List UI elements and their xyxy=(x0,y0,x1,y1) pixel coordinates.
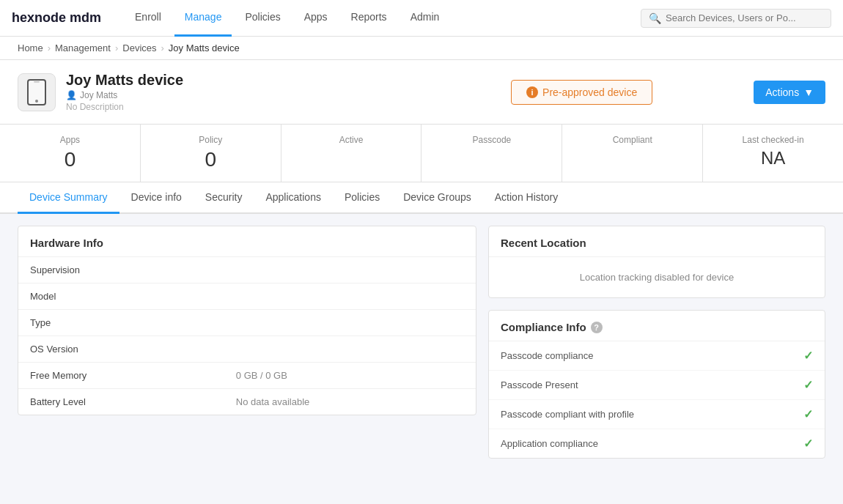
recent-location-title: Recent Location xyxy=(489,226,825,257)
stat-passcode-label: Passcode xyxy=(427,135,556,145)
compliance-check-passcode-present: ✓ xyxy=(803,378,813,392)
table-row: Supervision xyxy=(18,257,476,284)
device-header: Joy Matts device 👤 Joy Matts No Descript… xyxy=(0,60,843,125)
tab-policies[interactable]: Policies xyxy=(333,182,391,214)
stat-compliant: Compliant xyxy=(562,125,703,182)
left-panel: Hardware Info Supervision Model Type OS … xyxy=(18,226,476,470)
compliance-label-passcode-profile: Passcode compliant with profile xyxy=(501,409,634,420)
table-row: Type xyxy=(18,310,476,336)
stat-last-checked-value: NA xyxy=(709,148,837,168)
tab-security[interactable]: Security xyxy=(194,182,254,214)
row-label-supervision: Supervision xyxy=(18,257,224,284)
nav-item-admin[interactable]: Admin xyxy=(400,0,450,37)
tab-device-info[interactable]: Device info xyxy=(119,182,194,214)
nav-item-apps[interactable]: Apps xyxy=(294,0,338,37)
breadcrumb-sep-3: › xyxy=(161,42,164,53)
device-icon xyxy=(18,73,56,111)
tab-applications[interactable]: Applications xyxy=(254,182,333,214)
hardware-info-title: Hardware Info xyxy=(18,226,476,257)
row-label-type: Type xyxy=(18,310,224,336)
stat-passcode: Passcode xyxy=(422,125,562,182)
compliance-row-passcode: Passcode compliance ✓ xyxy=(489,341,825,371)
table-row: OS Version xyxy=(18,336,476,363)
breadcrumb: Home › Management › Devices › Joy Matts … xyxy=(0,37,843,60)
stat-apps-label: Apps xyxy=(6,135,134,145)
nav-items: Enroll Manage Policies Apps Reports Admi… xyxy=(125,0,641,37)
chevron-down-icon: ▼ xyxy=(803,86,814,98)
stat-apps: Apps 0 xyxy=(0,125,141,182)
compliance-info-header: Compliance Info ? xyxy=(489,311,825,341)
compliance-label-app-compliance: Application compliance xyxy=(501,438,598,449)
tab-device-summary[interactable]: Device Summary xyxy=(18,182,119,214)
stat-last-checked: Last checked-in NA xyxy=(703,125,843,182)
row-value-os-version xyxy=(224,336,476,363)
stat-active: Active xyxy=(281,125,422,182)
compliance-check-passcode: ✓ xyxy=(803,349,813,363)
stats-row: Apps 0 Policy 0 Active Passcode Complian… xyxy=(0,125,843,182)
breadcrumb-devices[interactable]: Devices xyxy=(122,42,156,53)
tab-action-history[interactable]: Action History xyxy=(483,182,570,214)
breadcrumb-current: Joy Matts device xyxy=(169,42,240,53)
row-label-battery: Battery Level xyxy=(18,389,224,415)
row-label-free-memory: Free Memory xyxy=(18,363,224,389)
stat-active-label: Active xyxy=(287,135,416,145)
stat-compliant-label: Compliant xyxy=(568,135,696,145)
breadcrumb-sep-2: › xyxy=(115,42,118,53)
compliance-check-app-compliance: ✓ xyxy=(803,437,813,451)
pre-approved-button[interactable]: i Pre-approved device xyxy=(511,80,652,105)
svg-point-1 xyxy=(35,100,38,103)
search-box: 🔍 xyxy=(641,9,831,28)
device-info-section: Joy Matts device 👤 Joy Matts No Descript… xyxy=(66,72,410,112)
compliance-row-passcode-present: Passcode Present ✓ xyxy=(489,371,825,400)
table-row: Battery Level No data available xyxy=(18,389,476,415)
pre-approved-label: Pre-approved device xyxy=(542,86,637,98)
user-icon: 👤 xyxy=(66,90,77,100)
stat-policy-value: 0 xyxy=(147,148,275,171)
stat-last-checked-label: Last checked-in xyxy=(709,135,837,145)
nav-item-manage[interactable]: Manage xyxy=(174,0,232,37)
device-name: Joy Matts device xyxy=(66,72,410,89)
help-icon[interactable]: ? xyxy=(591,322,603,333)
stat-policy: Policy 0 xyxy=(141,125,281,182)
nav-item-enroll[interactable]: Enroll xyxy=(125,0,172,37)
tab-device-groups[interactable]: Device Groups xyxy=(391,182,483,214)
nav-item-reports[interactable]: Reports xyxy=(341,0,397,37)
row-value-free-memory: 0 GB / 0 GB xyxy=(224,363,476,389)
stat-apps-value: 0 xyxy=(6,148,134,171)
device-description: No Description xyxy=(66,102,410,112)
actions-label: Actions xyxy=(765,86,799,98)
row-label-model: Model xyxy=(18,284,224,310)
device-user: 👤 Joy Matts xyxy=(66,90,410,100)
tabs-bar: Device Summary Device info Security Appl… xyxy=(0,182,843,214)
topnav: hexnode mdm Enroll Manage Policies Apps … xyxy=(0,0,843,37)
nav-item-policies[interactable]: Policies xyxy=(235,0,290,37)
table-row: Model xyxy=(18,284,476,310)
location-disabled-message: Location tracking disabled for device xyxy=(489,257,825,297)
row-value-model xyxy=(224,284,476,310)
row-value-type xyxy=(224,310,476,336)
breadcrumb-sep-1: › xyxy=(48,42,51,53)
compliance-row-passcode-profile: Passcode compliant with profile ✓ xyxy=(489,400,825,429)
main-content: Hardware Info Supervision Model Type OS … xyxy=(0,214,843,482)
stat-policy-label: Policy xyxy=(147,135,275,145)
row-value-battery: No data available xyxy=(224,389,476,415)
right-panel: Recent Location Location tracking disabl… xyxy=(488,226,825,470)
compliance-row-app-compliance: Application compliance ✓ xyxy=(489,429,825,458)
breadcrumb-home[interactable]: Home xyxy=(18,42,43,53)
breadcrumb-management[interactable]: Management xyxy=(55,42,111,53)
compliance-info-card: Compliance Info ? Passcode compliance ✓ … xyxy=(488,310,825,459)
row-label-os-version: OS Version xyxy=(18,336,224,363)
hardware-info-card: Hardware Info Supervision Model Type OS … xyxy=(18,226,476,415)
hardware-info-table: Supervision Model Type OS Version Free M… xyxy=(18,257,476,415)
info-icon: i xyxy=(526,86,538,98)
compliance-check-passcode-profile: ✓ xyxy=(803,407,813,421)
search-input[interactable] xyxy=(666,12,823,23)
logo: hexnode mdm xyxy=(12,10,101,26)
search-icon: 🔍 xyxy=(649,12,661,24)
row-value-supervision xyxy=(224,257,476,284)
actions-button[interactable]: Actions ▼ xyxy=(754,81,825,104)
compliance-info-title: Compliance Info xyxy=(501,321,586,333)
compliance-label-passcode: Passcode compliance xyxy=(501,350,593,361)
recent-location-card: Recent Location Location tracking disabl… xyxy=(488,226,825,298)
svg-rect-2 xyxy=(34,81,40,83)
